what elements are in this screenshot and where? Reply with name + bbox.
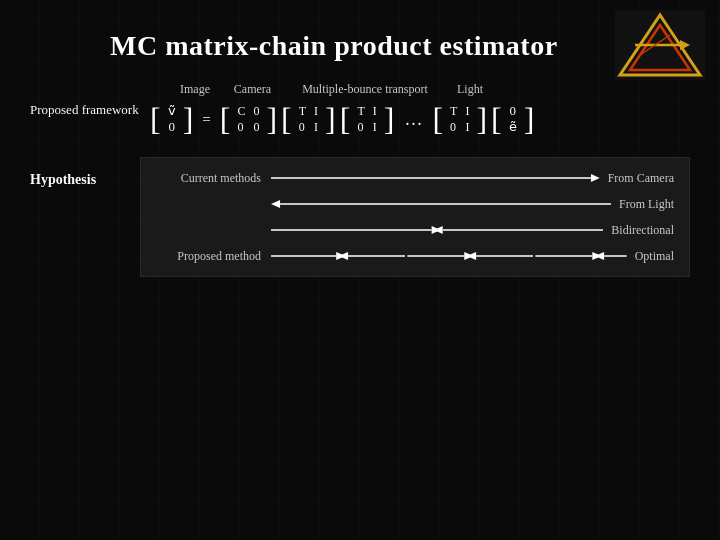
equals-sign: = [202, 111, 210, 128]
svg-marker-13 [434, 226, 443, 234]
col-label-image: Image [170, 82, 220, 97]
label-from-light: From Light [619, 197, 674, 212]
slide: MC matrix-chain product estimator Propos… [0, 0, 720, 540]
matrix-transport-1: TI 0I [296, 102, 321, 137]
ellipsis: … [404, 109, 422, 130]
arrow-bidirectional [271, 222, 603, 238]
logo [615, 10, 705, 80]
rhs-vector: 0 ẽ [506, 101, 520, 137]
slide-title: MC matrix-chain product estimator [110, 30, 690, 62]
matrix-equation: [ ṽ 0 ] = [ C0 00 ] [ [150, 101, 690, 137]
svg-marker-9 [271, 200, 280, 208]
matrix-transport-n: TI 0I [447, 102, 472, 137]
svg-marker-25 [595, 252, 604, 260]
proposed-framework-label: Proposed framework [30, 102, 150, 118]
lhs-vector: ṽ 0 [165, 101, 179, 137]
arrow-from-light [271, 196, 611, 212]
method-row-optimal: Proposed method [156, 248, 674, 264]
col-label-transport: Multiple-bounce transport [285, 82, 445, 97]
col-label-camera: Camera [220, 82, 285, 97]
col-label-light: Light [445, 82, 495, 97]
arrow-optimal [271, 248, 627, 264]
proposed-framework-section: Proposed framework Image Camera Multiple… [30, 82, 690, 137]
bracket-lhs-open: [ [150, 103, 161, 135]
method-row-bidirectional: Bidirectional [156, 222, 674, 238]
method-name-proposed: Proposed method [156, 249, 271, 264]
method-row-light: From Light [156, 196, 674, 212]
method-row-camera: Current methods From Camera [156, 170, 674, 186]
svg-marker-21 [467, 252, 476, 260]
hypothesis-label: Hypothesis [30, 157, 140, 188]
matrix-area: Image Camera Multiple-bounce transport L… [150, 82, 690, 137]
svg-marker-7 [591, 174, 600, 182]
hypothesis-section: Hypothesis Current methods From Camera [30, 157, 690, 277]
svg-marker-17 [339, 252, 348, 260]
method-name-current: Current methods [156, 171, 271, 186]
arrow-from-camera [271, 170, 600, 186]
matrix-transport-2: TI 0I [354, 102, 379, 137]
label-optimal: Optimal [635, 249, 674, 264]
label-bidirectional: Bidirectional [611, 223, 674, 238]
label-from-camera: From Camera [608, 171, 674, 186]
hypothesis-box: Current methods From Camera [140, 157, 690, 277]
matrix-camera: C0 00 [234, 102, 262, 137]
bracket-lhs-close: ] [183, 103, 194, 135]
